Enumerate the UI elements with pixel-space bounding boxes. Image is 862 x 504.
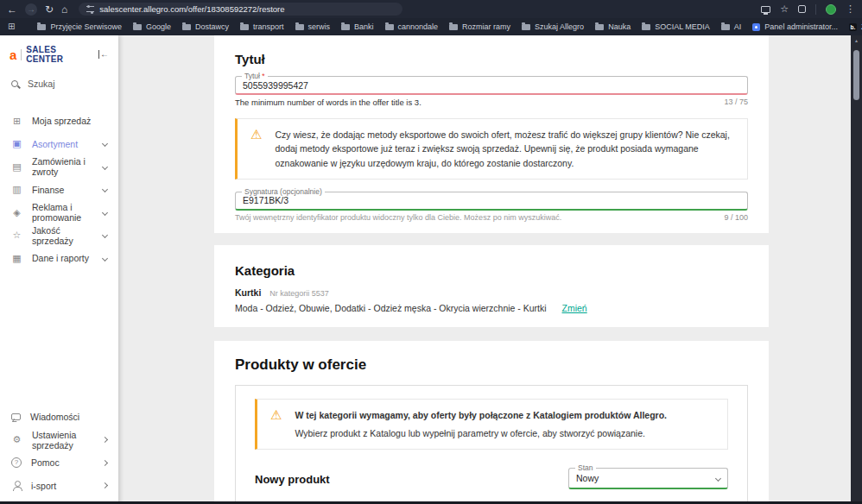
sidebar-item-pomoc[interactable]: ? Pomoc — [0, 451, 118, 475]
sidebar-item-label: Asortyment — [32, 139, 78, 149]
back-icon[interactable]: ← — [7, 4, 17, 15]
sidebar-item-moja-sprzedaz[interactable]: ⊞ Moja sprzedaż — [0, 110, 118, 133]
bookmark-item[interactable]: Szukaj Allegro — [522, 22, 584, 31]
gear-icon: ⚙ — [11, 434, 22, 445]
sidebar-item-reklama[interactable]: ◈ Reklama i promowanie — [0, 201, 118, 224]
profile-avatar[interactable] — [826, 4, 836, 15]
app-area: a SALES CENTER ← Szukaj ⊞ Moja sprzedaż … — [0, 35, 862, 504]
sidebar-item-label: Wiadomości — [30, 412, 79, 422]
bookmark-item[interactable]: Google — [133, 22, 171, 31]
bookmark-item[interactable]: serwis — [295, 22, 331, 31]
bookmark-item[interactable]: Nauka — [595, 22, 631, 31]
toolbar-right: ☆ ⋮ — [761, 3, 855, 15]
change-category-link[interactable]: Zmień — [562, 303, 587, 313]
signature-helper-text: Twój wewnętrzny identyfikator produktu w… — [235, 213, 561, 222]
catalog-warning-box: ⚠ W tej kategorii wymagamy, aby oferty b… — [255, 399, 728, 450]
apps-grid-icon[interactable]: ⊞ — [8, 22, 15, 31]
signature-input-value: E9171BK/3 — [243, 195, 288, 205]
sidebar-item-finanse[interactable]: ▥ Finanse — [0, 179, 118, 202]
sidebar-item-label: Reklama i promowanie — [32, 202, 93, 223]
bookmark-star-icon[interactable]: ☆ — [780, 4, 789, 14]
bookmark-item[interactable]: Panel administrator... — [752, 22, 838, 31]
sidebar-item-jakosc[interactable]: ☆ Jakość sprzedaży — [0, 224, 118, 248]
bookmark-item[interactable]: Przyjęcie Serwisowe — [37, 22, 122, 31]
category-section: Kategoria Kurtki Nr kategorii 5537 Moda … — [214, 245, 769, 327]
extensions-icon[interactable] — [798, 5, 806, 13]
scroll-up-arrow-icon[interactable] — [851, 37, 862, 43]
collapse-sidebar-icon[interactable]: ← — [98, 50, 109, 59]
sidebar-item-asortyment[interactable]: ▣ Asortyment — [0, 133, 118, 156]
category-name: Kurtki — [235, 287, 261, 298]
forward-icon[interactable]: → — [25, 3, 37, 16]
condition-select[interactable]: Stan Nowy — [568, 468, 728, 489]
new-product-row: Nowy produkt Stan Nowy — [255, 468, 728, 489]
sidebar-search[interactable]: Szukaj — [0, 69, 118, 98]
refresh-icon[interactable]: ↻ — [45, 4, 54, 15]
products-heading: Produkty w ofercie — [235, 356, 748, 374]
catalog-warning-texts: W tej kategorii wymagamy, aby oferty był… — [295, 408, 667, 441]
favicon-admin-panel — [752, 23, 760, 31]
warning-icon: ⚠ — [250, 128, 262, 142]
folder-icon — [182, 24, 191, 30]
sidebar-item-label: Ustawienia sprzedaży — [32, 430, 93, 450]
chevron-right-icon — [102, 437, 108, 443]
ads-icon: ◈ — [11, 207, 22, 218]
orders-icon: ▤ — [11, 161, 22, 173]
category-name-row: Kurtki Nr kategorii 5537 — [235, 287, 748, 298]
sidebar-item-label: Zamówienia i zwroty — [32, 156, 93, 177]
sidebar-logo: a SALES CENTER ← — [0, 35, 118, 69]
search-icon — [11, 80, 18, 87]
sidebar-item-ustawienia[interactable]: ⚙ Ustawienia sprzedaży — [0, 429, 118, 452]
send-to-device-icon[interactable] — [761, 6, 770, 13]
bookmark-item[interactable]: transport — [240, 22, 284, 31]
folder-icon — [240, 24, 249, 30]
chevron-down-icon — [102, 164, 108, 170]
bookmark-item[interactable]: Banki — [341, 22, 374, 31]
bookmark-item[interactable]: SOCIAL MEDIA — [642, 22, 710, 31]
sidebar-bottom-menu: Wiadomości ⚙ Ustawienia sprzedaży ? Pomo… — [0, 406, 118, 504]
star-icon: ☆ — [11, 230, 22, 241]
offer-form-page: Tytuł Tytuł * 5055939995427 The minimum … — [214, 35, 769, 504]
sidebar-item-isport[interactable]: i-sport — [0, 475, 118, 498]
condition-select-label: Stan — [575, 463, 596, 472]
bookmark-item[interactable]: AI — [721, 22, 742, 31]
address-bar[interactable]: salescenter.allegro.com/offer/1830859227… — [79, 3, 402, 16]
bookmark-item[interactable]: Dostawcy — [182, 22, 229, 31]
assortment-icon: ▣ — [11, 138, 22, 149]
sidebar-item-dane[interactable]: ▦ Dane i raporty — [0, 247, 118, 270]
dashboard-icon: ⊞ — [11, 116, 22, 127]
bookmark-item[interactable]: Rozmiar ramy — [449, 22, 510, 31]
title-char-counter: 13 / 75 — [724, 98, 748, 107]
sidebar-item-label: Finanse — [32, 185, 64, 195]
site-settings-icon[interactable] — [86, 6, 94, 12]
sidebar-item-label: Jakość sprzedaży — [32, 225, 93, 246]
browser-toolbar: ← → ↻ ⌂ salescenter.allegro.com/offer/18… — [0, 0, 862, 18]
browser-menu-icon[interactable]: ⋮ — [846, 3, 855, 15]
chevron-right-icon — [102, 482, 108, 488]
sidebar-item-zamowienia[interactable]: ▤ Zamówienia i zwroty — [0, 155, 118, 179]
bookmark-item[interactable]: cannondale — [385, 22, 439, 31]
title-input-label: Tytuł * — [242, 72, 268, 80]
sidebar-item-wiadomosci[interactable]: Wiadomości — [0, 406, 118, 429]
products-section: Produkty w ofercie ⚠ W tej kategorii wym… — [214, 341, 769, 504]
bookmark-item[interactable]: b.Znajdź swój używan... — [849, 22, 862, 31]
bookmarks-bar: ⊞ Przyjęcie Serwisowe Google Dostawcy tr… — [0, 18, 862, 35]
scrollbar[interactable] — [851, 35, 862, 504]
signature-meta-row: Twój wewnętrzny identyfikator produktu w… — [235, 213, 748, 222]
chevron-down-icon — [102, 232, 108, 238]
scrollbar-thumb[interactable] — [853, 50, 859, 100]
chevron-down-icon — [102, 210, 108, 216]
category-number: Nr kategorii 5537 — [269, 289, 329, 298]
category-heading: Kategoria — [235, 263, 748, 278]
folder-icon — [295, 24, 304, 30]
finance-icon: ▥ — [11, 184, 22, 195]
home-icon[interactable]: ⌂ — [61, 4, 67, 15]
title-input[interactable]: Tytuł * 5055939995427 — [235, 76, 748, 95]
chevron-down-icon — [102, 141, 108, 147]
title-heading: Tytuł — [235, 52, 748, 66]
chevron-down-icon — [102, 186, 108, 192]
signature-input[interactable]: Sygnatura (opcjonalnie) E9171BK/3 — [235, 192, 748, 211]
warning-icon: ⚠ — [270, 408, 282, 423]
title-input-value: 5055939995427 — [243, 80, 308, 91]
search-label: Szukaj — [28, 79, 55, 89]
